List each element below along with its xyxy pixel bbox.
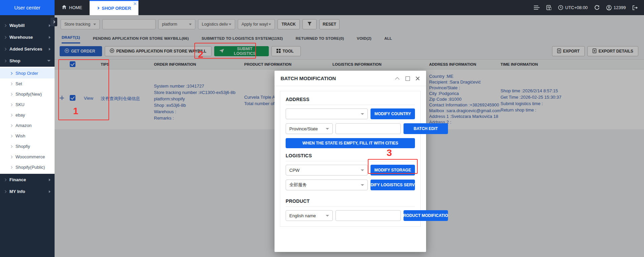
tab-shop-order[interactable]: SHOP ORDER — [90, 0, 138, 15]
sidebar-item-shopfiy[interactable]: Shopfiy — [0, 141, 55, 152]
collapse-icon[interactable] — [395, 76, 400, 81]
chevron-right-icon — [10, 82, 12, 85]
chevron-right-icon — [4, 178, 6, 181]
select-value: Province/State — [289, 126, 318, 131]
translate-icon[interactable] — [546, 5, 551, 10]
sidebar-item-wish[interactable]: Wish — [0, 131, 55, 141]
chevron-right-icon — [10, 145, 12, 148]
product-modification-button[interactable]: PRODUCT MODIFICATION — [404, 210, 448, 221]
sidebar-item-shopify-public[interactable]: Shopify(Public) — [0, 162, 55, 172]
modify-country-button[interactable]: MODIFY COUNTRY — [371, 108, 415, 119]
chevron-right-icon — [10, 166, 12, 168]
sidebar-item-shop-order[interactable]: Shop Order — [0, 68, 55, 78]
sidebar-item-ebay[interactable]: ebay — [0, 110, 55, 120]
annotation-number-3: 3 — [387, 148, 392, 158]
sidebar-item-label: Added Services — [9, 46, 42, 52]
shop-submenu: Shop Order Set Shopify(New) SKU ebay Ama… — [0, 67, 55, 174]
chevron-right-icon — [4, 36, 6, 38]
caret-right-icon — [49, 36, 51, 39]
sidebar-item-set[interactable]: Set — [0, 78, 55, 89]
sidebar-item-shop[interactable]: Shop — [0, 55, 55, 67]
chevron-right-icon — [4, 59, 6, 62]
refresh-icon[interactable] — [594, 5, 600, 10]
close-tab-icon[interactable] — [133, 2, 137, 5]
modify-logistics-service-button[interactable]: MODIFY LOGISTICS SERVICE — [371, 180, 415, 190]
country-select[interactable] — [286, 108, 368, 119]
sub-item-label: Amazon — [15, 123, 32, 128]
product-field-select[interactable]: English name — [286, 210, 333, 221]
address-section-heading: ADDRESS — [286, 97, 415, 102]
select-value: 全部服务 — [289, 182, 307, 188]
sidebar-item-waybill[interactable]: Waybill — [0, 20, 55, 31]
annotation-box-1 — [58, 59, 109, 120]
tab-home[interactable]: HOME — [55, 0, 90, 15]
sub-item-label: Shop Order — [15, 71, 38, 76]
sidebar-item-amazon[interactable]: Amazon — [0, 120, 55, 131]
chevron-right-icon — [4, 47, 6, 50]
annotation-number-2: 2 — [198, 49, 203, 60]
sidebar-item-label: Waybill — [9, 23, 25, 28]
sidebar-item-label: Shop — [9, 58, 21, 63]
chevron-right-icon — [10, 93, 12, 95]
chevron-right-icon — [10, 114, 12, 116]
user-icon — [606, 5, 612, 10]
caret-down-icon — [361, 169, 364, 171]
logout-icon[interactable] — [633, 5, 638, 10]
close-icon[interactable] — [415, 76, 420, 81]
chevron-right-icon — [4, 24, 6, 27]
top-bar: User center HOME SHOP ORDER UTC+08:00 — [0, 0, 644, 15]
chevron-right-icon — [10, 72, 12, 74]
storage-select[interactable]: CPW — [286, 165, 368, 175]
chevron-right-icon — [4, 190, 6, 193]
caret-right-icon — [49, 179, 51, 181]
sidebar-item-my-info[interactable]: MY Info — [0, 186, 55, 197]
annotation-box-3 — [368, 159, 418, 174]
clock-icon — [558, 5, 563, 10]
annotation-box-2 — [194, 43, 256, 59]
sidebar-item-finance[interactable]: Finance — [0, 174, 55, 186]
maximize-icon[interactable] — [405, 76, 410, 81]
annotation-number-1: 1 — [73, 106, 78, 117]
sub-item-label: Shopify(Public) — [15, 165, 45, 170]
logistics-service-select[interactable]: 全部服务 — [286, 180, 368, 190]
sidebar-item-label: Warehouse — [9, 35, 33, 40]
modal-title: BATCH MODIFICATION — [281, 75, 336, 81]
caret-right-icon — [49, 48, 51, 51]
sidebar-item-label: Finance — [9, 177, 26, 182]
chevron-right-icon — [10, 124, 12, 127]
batch-edit-input[interactable] — [335, 123, 401, 134]
chevron-right-icon — [10, 155, 12, 158]
tab-home-label: HOME — [69, 5, 82, 10]
sub-item-label: ebay — [15, 113, 25, 118]
select-value: English name — [289, 213, 316, 218]
tab-shop-order-label: SHOP ORDER — [102, 6, 131, 11]
sidebar: Waybill Warehouse Added Services Shop Sh… — [0, 15, 55, 257]
sub-item-label: Shopfiy — [15, 144, 30, 149]
user-count-label: 12399 — [614, 5, 626, 10]
caret-down-icon — [361, 184, 364, 186]
chevron-right-icon — [97, 7, 99, 9]
sidebar-item-label: MY Info — [9, 189, 25, 194]
brand-title: User center — [0, 0, 55, 15]
menu-list-icon[interactable] — [534, 5, 540, 10]
batch-edit-button[interactable]: BATCH EDIT — [404, 123, 448, 134]
sidebar-item-sku[interactable]: SKU — [0, 99, 55, 110]
product-section-heading: PRODUCT — [286, 198, 415, 204]
product-modification-input[interactable] — [335, 210, 401, 221]
address-field-select[interactable]: Province/State — [286, 123, 333, 134]
sidebar-item-warehouse[interactable]: Warehouse — [0, 31, 55, 43]
sidebar-item-shopify-new[interactable]: Shopify(New) — [0, 89, 55, 99]
caret-down-icon — [326, 128, 329, 130]
sidebar-item-added-services[interactable]: Added Services — [0, 43, 55, 55]
sub-item-label: Set — [15, 81, 22, 86]
modal-header: BATCH MODIFICATION — [275, 71, 426, 86]
home-icon — [62, 5, 66, 10]
sub-item-label: Shopify(New) — [15, 92, 42, 97]
user-badge[interactable]: 12399 — [606, 5, 626, 10]
caret-down-icon — [326, 215, 329, 217]
sub-item-label: Woocommerce — [15, 154, 45, 159]
caret-down-icon — [361, 113, 364, 115]
fill-state-with-cities-button[interactable]: WHEN THE STATE IS EMPTY, FILL IT WITH CI… — [286, 138, 415, 148]
sidebar-item-woocommerce[interactable]: Woocommerce — [0, 152, 55, 162]
timezone-indicator[interactable]: UTC+08:00 — [558, 5, 588, 10]
